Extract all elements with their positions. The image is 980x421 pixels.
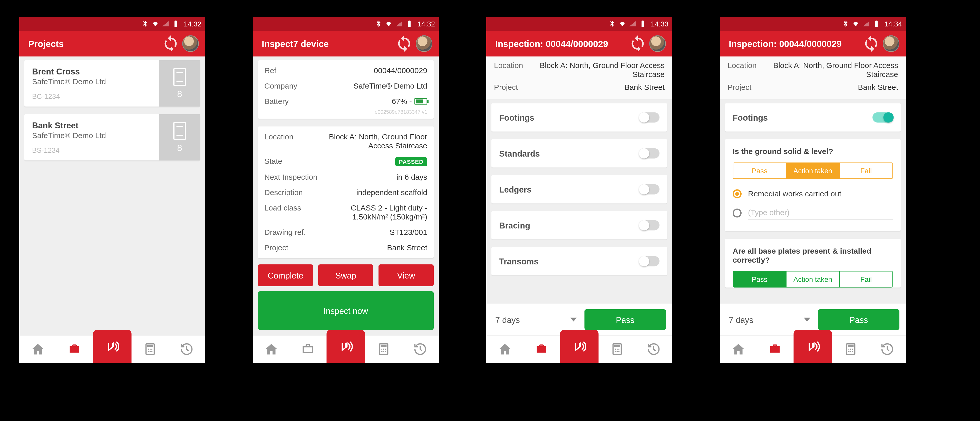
radio-option-other[interactable] xyxy=(733,202,893,223)
checklist-item[interactable]: Transoms xyxy=(492,247,667,276)
location-value: Block A: North, Ground Floor Access Stai… xyxy=(539,61,665,79)
toggle[interactable] xyxy=(872,112,893,123)
nav-home-icon[interactable] xyxy=(253,335,290,363)
device-summary-card: Ref00044/0000029 CompanySafeTime® Demo L… xyxy=(258,60,434,119)
page-title: Inspection: 00044/0000029 xyxy=(729,38,862,49)
app-bar: Projects xyxy=(19,31,205,56)
seg-pass-button[interactable]: Pass xyxy=(733,163,786,179)
sync-icon[interactable] xyxy=(395,35,413,53)
svg-point-5 xyxy=(150,349,151,350)
status-bar: 14:32 xyxy=(253,17,439,31)
avatar[interactable] xyxy=(416,35,433,52)
ref-value: 00044/0000029 xyxy=(318,66,427,75)
nav-briefcase-icon[interactable] xyxy=(290,335,327,363)
nav-home-icon[interactable] xyxy=(19,335,56,363)
section-header[interactable]: Footings xyxy=(725,104,901,132)
sync-icon[interactable] xyxy=(862,35,880,53)
nav-history-icon[interactable] xyxy=(635,335,672,363)
device-icon xyxy=(173,68,186,86)
radio-option[interactable]: Remedial works carried out xyxy=(733,186,893,202)
checklist-item[interactable]: Footings xyxy=(492,104,667,132)
svg-rect-23 xyxy=(614,345,620,347)
nav-history-icon[interactable] xyxy=(869,335,906,363)
description-label: Description xyxy=(264,188,318,197)
project-card[interactable]: Bank Street SafeTime® Demo Ltd BS-1234 8 xyxy=(24,114,200,160)
checklist-item[interactable]: Ledgers xyxy=(492,175,667,204)
pass-button[interactable]: Pass xyxy=(818,309,900,330)
seg-fail-button[interactable]: Fail xyxy=(840,163,893,179)
question-text: Are all base plates present & installed … xyxy=(733,246,893,265)
nav-briefcase-icon[interactable] xyxy=(523,335,560,363)
nav-calculator-icon[interactable] xyxy=(132,335,169,363)
device-detail: Ref00044/0000029 CompanySafeTime® Demo L… xyxy=(253,56,439,335)
svg-point-39 xyxy=(852,351,853,352)
svg-point-24 xyxy=(614,349,616,350)
frequency-dropdown[interactable]: 7 days xyxy=(493,309,579,330)
sync-icon[interactable] xyxy=(629,35,647,53)
nav-calculator-icon[interactable] xyxy=(832,335,869,363)
avatar[interactable] xyxy=(649,35,666,52)
svg-point-17 xyxy=(381,351,382,352)
company-value: SafeTime® Demo Ltd xyxy=(318,81,427,91)
toggle[interactable] xyxy=(639,256,660,266)
nav-nfc-icon[interactable] xyxy=(93,330,132,363)
nav-briefcase-icon[interactable] xyxy=(56,335,93,363)
nav-calculator-icon[interactable] xyxy=(365,335,402,363)
nav-nfc-icon[interactable] xyxy=(327,330,365,363)
wifi-icon xyxy=(619,20,627,28)
view-button[interactable]: View xyxy=(379,265,434,286)
inspect-now-button[interactable]: Inspect now xyxy=(258,291,434,330)
project-device-count[interactable]: 8 xyxy=(159,60,200,107)
battery-gauge-icon xyxy=(414,98,427,105)
location-value: Block A: North, Ground Floor Access Stai… xyxy=(772,61,898,79)
checklist-item[interactable]: Standards xyxy=(492,139,667,167)
nav-home-icon[interactable] xyxy=(486,335,523,363)
seg-pass-button[interactable]: Pass xyxy=(733,271,786,287)
checklist-item[interactable]: Bracing xyxy=(492,211,667,239)
seg-action-button[interactable]: Action taken xyxy=(786,271,840,287)
nav-nfc-icon[interactable] xyxy=(794,330,832,363)
toggle[interactable] xyxy=(639,184,660,195)
location-value: Block A: North, Ground Floor Access Stai… xyxy=(318,132,427,150)
svg-rect-11 xyxy=(409,21,410,21)
toggle[interactable] xyxy=(639,112,660,123)
other-input[interactable] xyxy=(748,206,893,220)
swap-button[interactable]: Swap xyxy=(318,265,373,286)
phone-screen-device: 14:32 Inspect7 device Ref00044/0000029 C… xyxy=(253,17,439,363)
nav-briefcase-icon[interactable] xyxy=(757,335,794,363)
avatar[interactable] xyxy=(883,35,899,52)
device-icon xyxy=(173,122,186,140)
svg-rect-13 xyxy=(380,345,387,347)
svg-rect-1 xyxy=(175,21,177,21)
nav-history-icon[interactable] xyxy=(402,335,439,363)
project-device-count[interactable]: 8 xyxy=(159,114,200,160)
answer-segment: Pass Action taken Fail xyxy=(733,271,893,287)
nav-calculator-icon[interactable] xyxy=(599,335,636,363)
bluetooth-icon xyxy=(842,20,850,28)
toggle[interactable] xyxy=(639,220,660,231)
toggle[interactable] xyxy=(639,148,660,159)
seg-action-button[interactable]: Action taken xyxy=(786,163,840,179)
phone-screen-projects: 14:32 Projects Brent Cross SafeTime® Dem… xyxy=(19,17,205,363)
sync-icon[interactable] xyxy=(162,35,180,53)
svg-rect-10 xyxy=(408,21,411,27)
complete-button[interactable]: Complete xyxy=(258,265,313,286)
avatar[interactable] xyxy=(182,35,199,52)
question-text: Is the ground solid & level? xyxy=(733,147,893,156)
nav-home-icon[interactable] xyxy=(720,335,757,363)
svg-point-35 xyxy=(850,349,851,350)
inspection-info: LocationBlock A: North, Ground Floor Acc… xyxy=(486,56,672,100)
project-name: Bank Street xyxy=(32,121,151,131)
svg-point-34 xyxy=(848,349,850,350)
nav-history-icon[interactable] xyxy=(168,335,205,363)
pass-button[interactable]: Pass xyxy=(585,309,666,330)
project-card[interactable]: Brent Cross SafeTime® Demo Ltd BC-1234 8 xyxy=(24,60,200,107)
frequency-dropdown[interactable]: 7 days xyxy=(726,309,813,330)
state-label: State xyxy=(264,156,318,166)
nav-nfc-icon[interactable] xyxy=(560,330,599,363)
page-title: Projects xyxy=(28,38,162,49)
battery-icon xyxy=(873,20,880,28)
app-bar: Inspection: 00044/0000029 xyxy=(720,31,906,56)
signal-icon xyxy=(862,20,870,28)
seg-fail-button[interactable]: Fail xyxy=(840,271,893,287)
